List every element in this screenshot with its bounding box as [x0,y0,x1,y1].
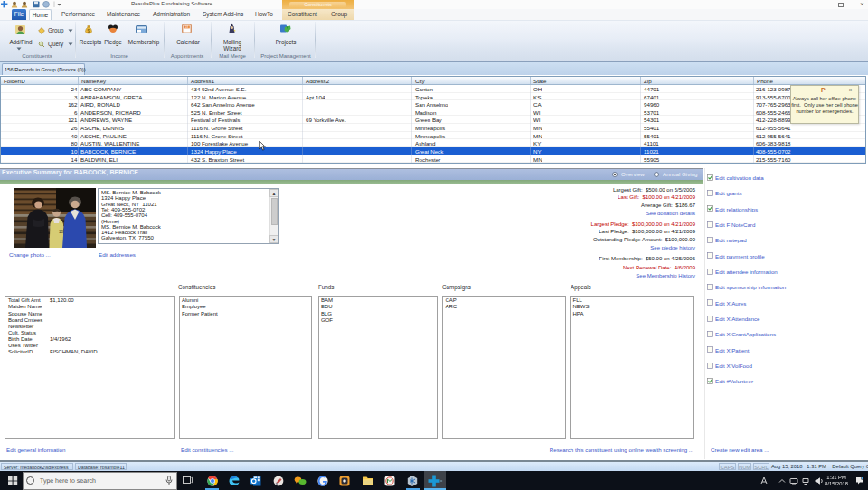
svg-text:18: 18 [185,25,189,29]
svg-text:$: $ [88,27,90,33]
svg-text:10: 10 [59,230,64,234]
